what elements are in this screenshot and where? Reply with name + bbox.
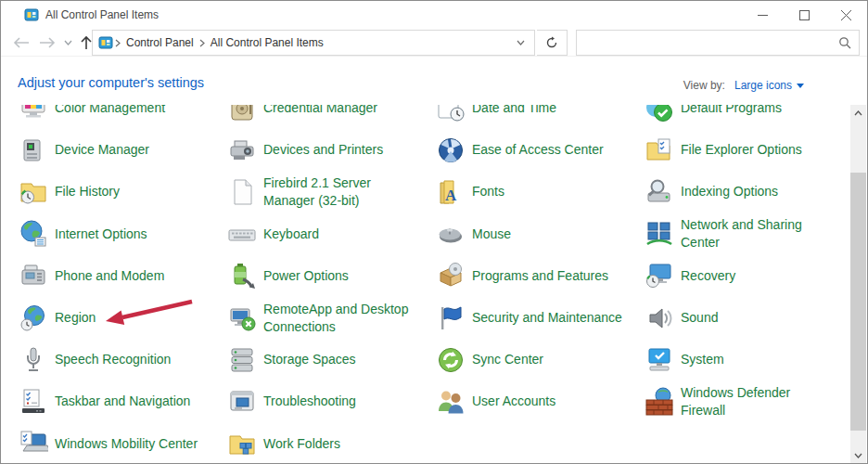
control-panel-item-label: Credential Manager	[263, 105, 377, 117]
forward-icon[interactable]	[34, 30, 60, 56]
control-panel-item-taskbar-and-navigation[interactable]: Taskbar and Navigation	[19, 380, 224, 422]
control-panel-item-user-accounts[interactable]: User Accounts	[436, 380, 642, 422]
control-panel-item-security-and-maintenance[interactable]: Security and Maintenance	[436, 297, 642, 339]
control-panel-item-ease-of-access-center[interactable]: Ease of Access Center	[436, 129, 642, 171]
control-panel-item-label: Recovery	[681, 267, 735, 285]
control-panel-item-label: Devices and Printers	[263, 141, 383, 159]
control-panel-item-network-and-sharing-center[interactable]: Network and SharingCenter	[645, 213, 850, 255]
control-panel-item-region[interactable]: Region	[19, 297, 224, 339]
refresh-button[interactable]	[537, 30, 568, 56]
svg-text:A: A	[445, 187, 457, 204]
control-panel-item-label: Device Manager	[55, 141, 149, 159]
indexing-options-icon	[645, 177, 674, 207]
control-panel-item-fonts[interactable]: AFonts	[436, 171, 642, 213]
control-panel-item-default-programs[interactable]: Default Programs	[645, 105, 850, 129]
control-panel-item-label: Taskbar and Navigation	[55, 393, 190, 410]
control-panel-item-windows-defender-firewall[interactable]: Windows DefenderFirewall	[645, 380, 850, 422]
control-panel-item-file-explorer-options[interactable]: File Explorer Options	[645, 129, 850, 171]
maximize-button[interactable]	[784, 1, 825, 29]
phone-and-modem-icon	[19, 261, 48, 290]
control-panel-item-date-and-time[interactable]: Date and Time	[436, 105, 642, 129]
back-icon[interactable]	[8, 30, 34, 56]
recovery-icon	[645, 261, 674, 290]
scroll-down-icon[interactable]	[850, 447, 866, 463]
control-panel-window: All Control Panel Items Control Panel	[0, 0, 868, 464]
control-panel-item-label: File Explorer Options	[681, 141, 802, 159]
control-panel-item-system[interactable]: System	[645, 339, 850, 380]
document-icon	[227, 177, 257, 207]
programs-and-features-icon	[436, 261, 466, 290]
control-panel-item-label: Indexing Options	[681, 183, 778, 200]
control-panel-item-internet-options[interactable]: Internet Options	[19, 213, 224, 255]
search-icon[interactable]	[838, 36, 851, 49]
mouse-icon	[436, 219, 466, 249]
search-input[interactable]	[584, 35, 838, 50]
storage-spaces-icon	[227, 345, 257, 375]
control-panel-item-label: Ease of Access Center	[472, 141, 604, 159]
view-by-value: Large icons	[734, 79, 792, 92]
control-panel-item-label: Programs and Features	[472, 267, 608, 285]
control-panel-item-label: Windows DefenderFirewall	[681, 384, 790, 419]
control-panel-item-recovery[interactable]: Recovery	[645, 255, 850, 297]
chevron-down-icon	[797, 84, 804, 88]
scroll-up-icon[interactable]	[850, 105, 866, 121]
control-panel-item-programs-and-features[interactable]: Programs and Features	[436, 255, 642, 297]
address-bar[interactable]: Control Panel All Control Panel Items	[92, 30, 535, 56]
control-panel-item-label: Default Programs	[681, 105, 782, 117]
file-history-icon	[19, 177, 48, 207]
view-by-label: View by:	[683, 79, 725, 92]
close-button[interactable]	[825, 1, 867, 29]
control-panel-item-label: Phone and Modem	[55, 267, 164, 285]
control-panel-item-file-history[interactable]: File History	[19, 171, 224, 213]
control-panel-item-power-options[interactable]: Power Options	[227, 255, 433, 297]
sound-icon	[645, 303, 674, 333]
vertical-scrollbar[interactable]	[850, 105, 866, 463]
breadcrumb-control-panel[interactable]: Control Panel	[126, 36, 194, 49]
control-panel-item-troubleshooting[interactable]: Troubleshooting	[227, 380, 433, 422]
control-panel-item-work-folders[interactable]: Work Folders	[227, 423, 433, 463]
control-panel-item-sync-center[interactable]: Sync Center	[436, 339, 642, 380]
control-panel-item-label: Windows Mobility Center	[55, 435, 198, 453]
title-bar[interactable]: All Control Panel Items	[1, 1, 867, 29]
control-panel-item-color-management[interactable]: Color Management	[19, 105, 224, 129]
control-panel-item-label: Fonts	[472, 183, 504, 200]
system-icon	[645, 345, 674, 375]
control-panel-item-label: RemoteApp and DesktopConnections	[263, 301, 408, 336]
ease-of-access-icon	[436, 135, 466, 165]
internet-options-icon	[19, 219, 48, 249]
control-panel-item-label: Speech Recognition	[55, 351, 171, 368]
control-panel-item-indexing-options[interactable]: Indexing Options	[645, 171, 850, 213]
control-panel-item-label: Date and Time	[472, 105, 556, 117]
scrollbar-thumb[interactable]	[850, 173, 866, 431]
control-panel-item-remoteapp-and-desktop-connections[interactable]: RemoteApp and DesktopConnections	[227, 297, 433, 339]
page-title: Adjust your computer's settings	[18, 75, 204, 90]
date-and-time-icon	[436, 105, 466, 123]
control-panel-item-sound[interactable]: Sound	[645, 297, 850, 339]
control-panel-item-label: Internet Options	[55, 226, 147, 243]
control-panel-item-device-manager[interactable]: Device Manager	[19, 129, 224, 171]
address-dropdown-chevron-icon[interactable]	[513, 40, 529, 45]
device-manager-icon	[19, 135, 48, 165]
work-folders-icon	[227, 429, 257, 458]
breadcrumb-all-control-panel-items[interactable]: All Control Panel Items	[211, 36, 324, 49]
control-panel-item-keyboard[interactable]: Keyboard	[227, 213, 433, 255]
control-panel-item-devices-and-printers[interactable]: Devices and Printers	[227, 129, 433, 171]
control-panel-item-credential-manager[interactable]: Credential Manager	[227, 105, 433, 129]
minimize-button[interactable]	[742, 1, 784, 29]
view-by-dropdown[interactable]: Large icons	[734, 79, 804, 92]
control-panel-item-mouse[interactable]: Mouse	[436, 213, 642, 255]
control-panel-item-label: Network and SharingCenter	[681, 216, 802, 251]
control-panel-item-windows-mobility-center[interactable]: Windows Mobility Center	[19, 423, 224, 463]
control-panel-item-label: Storage Spaces	[263, 351, 356, 368]
control-panel-item-speech-recognition[interactable]: Speech Recognition	[19, 339, 224, 380]
control-panel-icon	[24, 7, 39, 22]
recent-locations-chevron-icon[interactable]	[60, 30, 75, 56]
control-panel-item-label: Troubleshooting	[263, 393, 356, 410]
region-icon	[19, 303, 48, 333]
devices-and-printers-icon	[227, 135, 257, 165]
control-panel-item-label: Sync Center	[472, 351, 543, 368]
search-box[interactable]	[576, 30, 860, 56]
control-panel-item-phone-and-modem[interactable]: Phone and Modem	[19, 255, 224, 297]
control-panel-item-firebird-server-manager[interactable]: Firebird 2.1 ServerManager (32-bit)	[227, 171, 433, 213]
control-panel-item-storage-spaces[interactable]: Storage Spaces	[227, 339, 433, 380]
